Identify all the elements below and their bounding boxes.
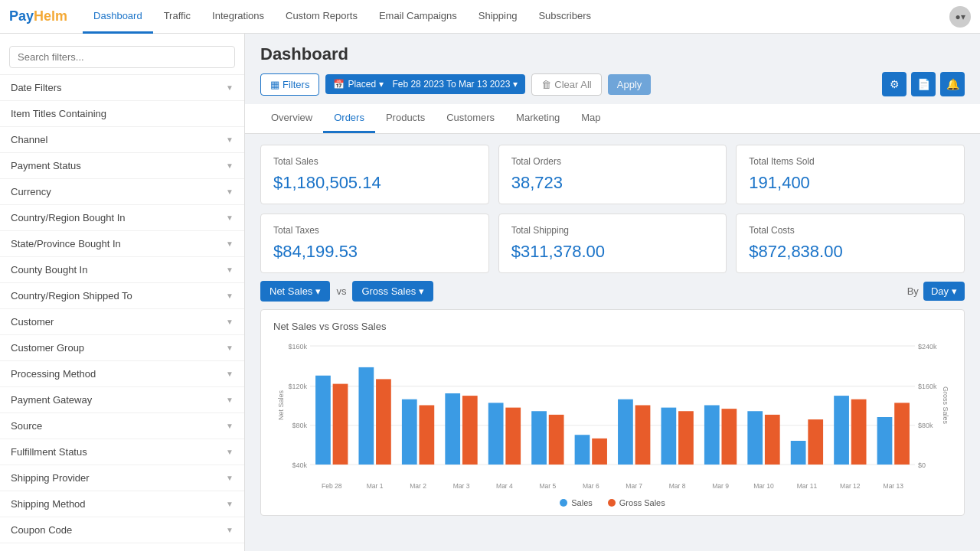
chevron-icon: ▼ <box>226 344 234 352</box>
svg-text:Mar 8: Mar 8 <box>669 482 686 490</box>
svg-text:Mar 1: Mar 1 <box>367 482 384 490</box>
chart-title: Net Sales vs Gross Sales <box>273 321 952 332</box>
chevron-icon: ▼ <box>226 187 234 196</box>
filter-item-coupon-code[interactable]: Coupon Code▼ <box>0 517 244 543</box>
notification-icon-button[interactable]: 🔔 <box>940 72 965 96</box>
placed-filter[interactable]: 📅 Placed ▾ Feb 28 2023 To Mar 13 2023 ▾ <box>325 74 525 94</box>
filter-item-payment-status[interactable]: Payment Status▼ <box>0 153 244 179</box>
metric-card-total-taxes: Total Taxes $84,199.53 <box>260 214 489 273</box>
filter-item-customer-group[interactable]: Customer Group▼ <box>0 335 244 361</box>
filter-item-item-titles-containing[interactable]: Item Titles Containing <box>0 101 244 127</box>
search-box <box>0 40 244 75</box>
tab-overview[interactable]: Overview <box>260 104 323 133</box>
filter-item-currency[interactable]: Currency▼ <box>0 179 244 205</box>
nav-link-shipping[interactable]: Shipping <box>468 0 528 34</box>
chart-area: $160k$120k$80k$40k$240k$160k$80k$0Net Sa… <box>273 338 952 494</box>
metric-card-total-shipping: Total Shipping $311,378.00 <box>498 214 727 273</box>
svg-rect-27 <box>505 408 521 465</box>
legend-dot <box>608 499 616 507</box>
svg-rect-17 <box>358 367 374 465</box>
user-avatar[interactable]: ●▾ <box>949 6 971 28</box>
filter-item-country-region-shipped-to[interactable]: Country/Region Shipped To▼ <box>0 283 244 309</box>
filter-item-date-filters[interactable]: Date Filters▼ <box>0 75 244 101</box>
svg-text:Mar 9: Mar 9 <box>712 482 729 490</box>
svg-text:Mar 7: Mar 7 <box>626 482 642 490</box>
settings-icon-button[interactable]: ⚙ <box>882 72 906 96</box>
filter-item-shipping-method[interactable]: Shipping Method▼ <box>0 491 244 517</box>
chevron-icon: ▼ <box>226 448 234 456</box>
nav-link-custom-reports[interactable]: Custom Reports <box>275 0 368 34</box>
svg-text:Mar 10: Mar 10 <box>753 482 774 490</box>
filter-item-source[interactable]: Source▼ <box>0 413 244 439</box>
chevron-icon: ▼ <box>226 422 234 430</box>
metric-label: Total Sales <box>273 156 476 167</box>
svg-text:Mar 6: Mar 6 <box>583 482 599 490</box>
clear-all-button[interactable]: 🗑 Clear All <box>531 73 601 96</box>
chart-controls: Net Sales ▾ vs Gross Sales ▾ By Day ▾ <box>260 281 965 302</box>
svg-rect-38 <box>661 408 676 465</box>
svg-text:Mar 12: Mar 12 <box>840 482 861 490</box>
filter-item-state-province-bought-in[interactable]: State/Province Bought In▼ <box>0 231 244 257</box>
filter-item-brand[interactable]: Brand▼ <box>0 543 244 551</box>
chevron-icon: ▼ <box>226 214 234 222</box>
svg-rect-29 <box>531 411 547 465</box>
svg-rect-50 <box>834 396 849 465</box>
chevron-icon: ▼ <box>226 500 234 508</box>
svg-text:Mar 3: Mar 3 <box>453 482 470 490</box>
export-icon-button[interactable]: 📄 <box>911 72 936 96</box>
svg-text:$160k: $160k <box>918 383 937 390</box>
nav-link-traffic[interactable]: Traffic <box>153 0 201 34</box>
svg-rect-30 <box>549 415 564 465</box>
chart-legend: SalesGross Sales <box>273 498 952 507</box>
filter-item-processing-method[interactable]: Processing Method▼ <box>0 361 244 387</box>
svg-rect-36 <box>635 406 651 465</box>
day-button[interactable]: Day ▾ <box>923 282 965 301</box>
nav-link-email-campaigns[interactable]: Email Campaigns <box>368 0 468 34</box>
svg-rect-48 <box>808 419 823 465</box>
metric-value: $84,199.53 <box>273 242 476 262</box>
net-sales-button[interactable]: Net Sales ▾ <box>260 281 330 302</box>
filter-item-payment-gateway[interactable]: Payment Gateway▼ <box>0 387 244 413</box>
gross-sales-button[interactable]: Gross Sales ▾ <box>352 281 433 302</box>
tab-customers[interactable]: Customers <box>436 104 505 133</box>
tab-orders[interactable]: Orders <box>323 104 375 133</box>
chevron-icon: ▼ <box>226 161 234 170</box>
svg-rect-33 <box>592 439 607 465</box>
svg-rect-23 <box>445 393 460 465</box>
page-header: Dashboard ▦ Filters 📅 Placed ▾ Feb 28 20… <box>245 34 980 104</box>
svg-text:$120k: $120k <box>288 383 307 390</box>
filter-item-fulfillment-status[interactable]: Fulfillment Status▼ <box>0 439 244 465</box>
toolbar-right: ⚙ 📄 🔔 <box>882 72 965 96</box>
tab-map[interactable]: Map <box>570 104 611 133</box>
filters-button[interactable]: ▦ Filters <box>260 73 319 96</box>
metric-label: Total Shipping <box>511 225 714 236</box>
filter-item-channel[interactable]: Channel▼ <box>0 127 244 153</box>
svg-rect-35 <box>618 399 633 465</box>
metric-value: $1,180,505.14 <box>273 173 476 193</box>
chevron-icon: ▼ <box>226 318 234 326</box>
svg-rect-42 <box>721 409 737 465</box>
tab-products[interactable]: Products <box>375 104 436 133</box>
filter-item-customer[interactable]: Customer▼ <box>0 309 244 335</box>
chevron-icon: ▼ <box>226 526 234 534</box>
nav-link-subscribers[interactable]: Subscribers <box>528 0 602 34</box>
svg-text:$160k: $160k <box>288 343 307 350</box>
tab-marketing[interactable]: Marketing <box>505 104 570 133</box>
svg-rect-41 <box>704 406 720 465</box>
svg-rect-18 <box>376 379 391 465</box>
filter-item-county-bought-in[interactable]: County Bought In▼ <box>0 257 244 283</box>
search-input[interactable] <box>9 46 235 68</box>
metric-label: Total Items Sold <box>749 156 952 167</box>
apply-button[interactable]: Apply <box>608 74 652 95</box>
metric-value: 38,723 <box>511 173 714 193</box>
tabs-bar: OverviewOrdersProductsCustomersMarketing… <box>245 104 980 134</box>
nav-link-dashboard[interactable]: Dashboard <box>83 0 153 34</box>
nav-link-integrations[interactable]: Integrations <box>201 0 275 34</box>
filter-item-shipping-provider[interactable]: Shipping Provider▼ <box>0 465 244 491</box>
chevron-icon: ▼ <box>226 266 234 274</box>
chart-section: Net Sales ▾ vs Gross Sales ▾ By Day ▾ Ne… <box>245 281 980 527</box>
filter-item-country-region-bought-in[interactable]: Country/Region Bought In▼ <box>0 205 244 231</box>
metric-card-total-costs: Total Costs $872,838.00 <box>736 214 965 273</box>
chevron-icon: ▼ <box>226 135 234 144</box>
chart-svg: $160k$120k$80k$40k$240k$160k$80k$0Net Sa… <box>273 338 952 491</box>
